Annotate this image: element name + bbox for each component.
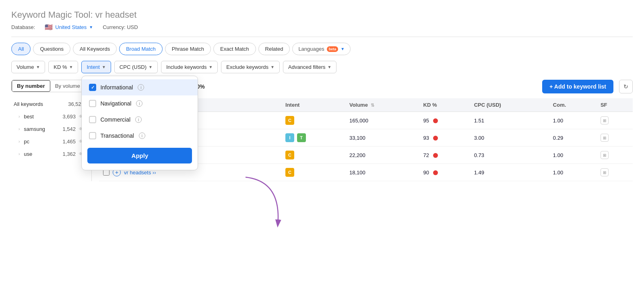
filter-intent[interactable]: Intent ▼: [81, 61, 111, 73]
chevron-right-icon: ›: [19, 127, 20, 131]
tab-questions[interactable]: Questions: [33, 43, 70, 55]
sf-cell: ⊞: [597, 129, 633, 147]
volume-cell: 22,200: [345, 147, 419, 164]
sidebar-item-samsung[interactable]: › samsung 1,542 👁: [11, 123, 87, 135]
cpc-cell: 3.00: [470, 129, 549, 147]
informational-info-icon: i: [138, 84, 144, 91]
navigational-checkbox[interactable]: [89, 100, 96, 107]
filter-cpc-label: CPC (USD): [120, 64, 147, 70]
transactional-checkbox[interactable]: [89, 132, 96, 139]
commercial-info-icon: i: [135, 116, 142, 123]
page-container: Keyword Magic Tool: vr headset Database:…: [0, 0, 644, 302]
filter-advanced[interactable]: Advanced filters ▼: [283, 61, 336, 73]
tabs-row: All Questions All Keywords Broad Match P…: [11, 43, 633, 55]
tab-exact-match[interactable]: Exact Match: [213, 43, 256, 55]
intent-informational-item[interactable]: Informational i: [82, 79, 198, 95]
view-by-volume-btn[interactable]: By volume: [50, 80, 85, 92]
serp-icon[interactable]: ⊞: [601, 168, 609, 176]
tab-all[interactable]: All: [11, 43, 31, 55]
include-keywords-label: Include keywords: [166, 64, 206, 70]
serp-icon[interactable]: ⊞: [601, 134, 609, 142]
commercial-checkbox[interactable]: [89, 116, 96, 123]
serp-icon[interactable]: ⊞: [601, 151, 609, 159]
chevron-down-icon: ▼: [89, 25, 93, 29]
filter-kd[interactable]: KD % ▼: [48, 61, 78, 73]
chevron-down-icon: ▼: [270, 65, 275, 69]
cpc-cell: 1.49: [470, 164, 549, 181]
tab-phrase-match[interactable]: Phrase Match: [165, 43, 211, 55]
sidebar-item-pc[interactable]: › pc 1,465 👁: [11, 135, 87, 148]
toolbar-right: + Add to keyword list ↻: [542, 80, 633, 93]
commercial-label: Commercial: [100, 116, 130, 123]
view-by-number-btn[interactable]: By number: [12, 80, 50, 92]
page-title-main: Keyword Magic Tool:: [11, 10, 93, 20]
sidebar-samsung-count: 1,542: [62, 126, 76, 132]
add-to-keyword-list-button[interactable]: + Add to keyword list: [542, 80, 613, 93]
sidebar-use-count: 1,362: [62, 151, 76, 157]
tab-all-keywords[interactable]: All Keywords: [73, 43, 117, 55]
volume-cell: 18,100: [345, 164, 419, 181]
intent-badge-commercial: C: [285, 116, 294, 125]
filter-cpc[interactable]: CPC (USD) ▼: [114, 61, 158, 73]
header-section: Keyword Magic Tool: vr headset Database:…: [11, 10, 633, 31]
sidebar-pc-count: 1,465: [62, 139, 76, 145]
intent-filter-wrapper: Intent ▼ Informational i Navigational i …: [81, 61, 111, 73]
chevron-right-icon: ›: [19, 114, 20, 119]
cpc-cell: 1.51: [470, 112, 549, 129]
serp-icon[interactable]: ⊞: [601, 116, 609, 124]
chevron-right-icon: ›: [19, 139, 20, 144]
filter-volume-label: Volume: [17, 64, 34, 70]
informational-label: Informational: [100, 84, 133, 91]
navigational-info-icon: i: [136, 100, 142, 107]
intent-transactional-item[interactable]: Transactional i: [82, 128, 198, 144]
navigational-label: Navigational: [100, 100, 131, 107]
chevron-down-icon: ▼: [208, 65, 213, 69]
sort-icon: ⇅: [371, 103, 374, 108]
com-cell: 1.00: [549, 164, 597, 181]
sidebar-item-all-keywords[interactable]: All keywords 36,523: [11, 98, 87, 110]
informational-checkbox[interactable]: [89, 84, 96, 91]
col-intent: Intent: [281, 98, 345, 112]
kd-indicator: [433, 136, 438, 141]
filter-exclude-keywords[interactable]: Exclude keywords ▼: [221, 61, 280, 73]
beta-badge: beta: [327, 46, 339, 52]
apply-button[interactable]: Apply: [87, 148, 192, 163]
database-value: United States: [55, 24, 87, 30]
col-sf: SF: [597, 98, 633, 112]
chevron-down-icon: ▼: [102, 65, 106, 69]
intent-badge-commercial: C: [285, 151, 294, 159]
meta-row: Database: 🇺🇸 United States ▼ Currency: U…: [11, 23, 633, 31]
kd-indicator: [433, 153, 438, 158]
exclude-keywords-label: Exclude keywords: [226, 64, 268, 70]
database-selector[interactable]: 🇺🇸 United States ▼: [45, 23, 93, 31]
chevron-down-icon: ▼: [69, 65, 73, 69]
header-divider: [11, 37, 633, 37]
tab-related[interactable]: Related: [258, 43, 290, 55]
sidebar-samsung-label: samsung: [24, 126, 45, 132]
refresh-button[interactable]: ↻: [619, 80, 633, 93]
sidebar-item-use[interactable]: › use 1,362 👁: [11, 148, 87, 160]
view-toggle-row: By number By volume: [11, 80, 87, 92]
col-cpc: CPC (USD): [470, 98, 549, 112]
chevron-right-icon: ›: [19, 152, 20, 156]
languages-label: Languages: [298, 46, 324, 52]
col-kd: KD %: [419, 98, 470, 112]
kd-indicator: [433, 170, 438, 175]
sidebar-pc-label: pc: [24, 139, 29, 145]
filter-include-keywords[interactable]: Include keywords ▼: [161, 61, 218, 73]
sidebar: By number By volume All keywords 36,523 …: [11, 80, 92, 181]
chevron-down-icon: ▼: [149, 65, 153, 69]
intent-cell: C: [281, 112, 345, 129]
sidebar-use-label: use: [24, 151, 32, 157]
tab-broad-match[interactable]: Broad Match: [119, 43, 163, 55]
filter-volume[interactable]: Volume ▼: [11, 61, 45, 73]
intent-navigational-item[interactable]: Navigational i: [82, 95, 198, 112]
tab-languages[interactable]: Languages beta ▼: [292, 43, 351, 55]
chevron-down-icon: ▼: [327, 65, 331, 69]
intent-commercial-item[interactable]: Commercial i: [82, 112, 198, 128]
com-cell: 1.00: [549, 112, 597, 129]
sidebar-item-best[interactable]: › best 3,693 👁: [11, 110, 87, 123]
transactional-info-icon: i: [139, 132, 145, 139]
page-title-sub: vr headset: [95, 10, 137, 20]
sidebar-best-count: 3,693: [62, 114, 76, 120]
